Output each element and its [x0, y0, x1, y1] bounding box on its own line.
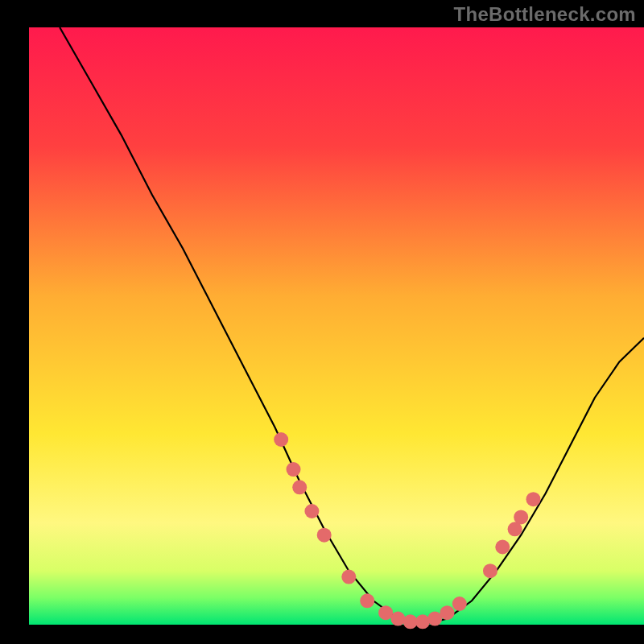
- highlight-dot: [341, 570, 356, 584]
- highlight-dot: [427, 612, 442, 626]
- heatmap-background: [29, 27, 644, 625]
- highlight-dot: [304, 504, 319, 518]
- highlight-dot: [287, 462, 301, 477]
- highlight-dot: [378, 605, 393, 620]
- highlight-dot: [415, 614, 430, 629]
- highlight-dot: [390, 612, 405, 626]
- highlight-dot: [292, 480, 307, 494]
- highlight-dot: [440, 605, 455, 620]
- highlight-dot: [483, 564, 497, 578]
- bottleneck-chart: [0, 0, 644, 644]
- highlight-dot: [360, 593, 374, 608]
- highlight-dot: [274, 432, 288, 447]
- highlight-dot: [514, 510, 528, 524]
- highlight-dot: [526, 492, 541, 506]
- chart-frame: TheBottleneck.com: [0, 0, 644, 644]
- highlight-dot: [495, 540, 510, 555]
- highlight-dot: [317, 528, 332, 543]
- watermark-text: TheBottleneck.com: [454, 3, 636, 26]
- highlight-dot: [452, 597, 467, 611]
